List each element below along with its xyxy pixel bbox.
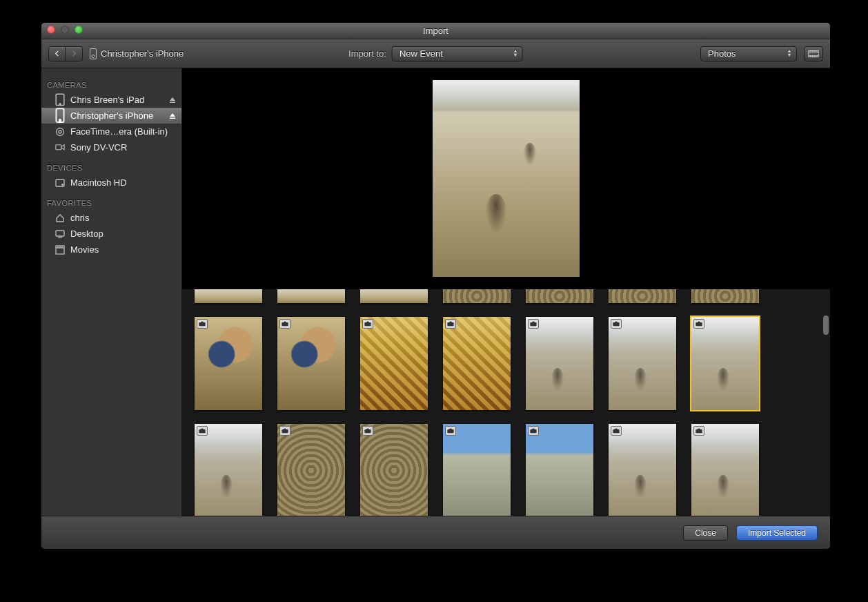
current-device-label: Christopher's iPhone [101, 48, 184, 59]
camera-badge-icon [362, 319, 373, 329]
photo-thumbnail[interactable] [360, 289, 428, 303]
photo-thumbnail[interactable] [609, 424, 676, 516]
svg-point-70 [698, 430, 700, 432]
svg-rect-30 [201, 322, 203, 323]
sidebar-item-desktop[interactable]: Desktop [41, 226, 181, 242]
nav-back-button[interactable] [49, 47, 66, 61]
close-window-button[interactable] [47, 26, 55, 34]
sidebar-section-header: CAMERAS [41, 72, 181, 92]
photo-thumbnail[interactable] [195, 424, 262, 516]
import-to-value: New Event [400, 48, 443, 59]
photo-thumbnail[interactable] [360, 317, 428, 410]
sidebar-item-label: chris [70, 213, 89, 223]
svg-point-15 [59, 119, 61, 122]
camcorder-icon [55, 143, 65, 153]
sidebar-item-webcam[interactable]: FaceTime…era (Built-in) [41, 124, 181, 139]
svg-point-34 [284, 323, 286, 325]
camera-badge-icon [362, 426, 373, 436]
vertical-scrollbar[interactable] [823, 315, 829, 335]
photo-thumbnail[interactable] [360, 424, 428, 516]
sidebar-item-label: Sony DV-VCR [70, 142, 127, 153]
preview-pane [182, 68, 830, 289]
sidebar-item-ipad[interactable]: Chris Breen's iPad [41, 92, 181, 108]
sidebar-item-home[interactable]: chris [41, 210, 181, 226]
view-mode-select[interactable]: Photos ▲▼ [700, 46, 797, 61]
zoom-window-button[interactable] [75, 26, 83, 34]
svg-point-37 [366, 323, 368, 325]
photo-thumbnail[interactable] [195, 289, 262, 303]
photo-thumbnail[interactable] [277, 424, 345, 516]
photo-thumbnail[interactable] [691, 424, 759, 516]
sidebar-item-hdd[interactable]: Macintosh HD [41, 175, 181, 191]
svg-rect-13 [170, 102, 175, 104]
sidebar-item-label: Chris Breen's iPad [70, 95, 144, 105]
toolbar: Christopher's iPhone Import to: New Even… [41, 39, 830, 68]
eject-icon[interactable] [169, 111, 176, 122]
sidebar-item-label: Desktop [70, 229, 103, 239]
svg-rect-22 [56, 231, 64, 236]
svg-rect-48 [698, 322, 700, 323]
hdd-icon [55, 178, 65, 188]
minimize-window-button[interactable] [61, 26, 69, 34]
photo-thumbnail[interactable] [526, 289, 593, 303]
photo-thumbnail[interactable] [443, 424, 511, 516]
sidebar-section-header: DEVICES [41, 155, 181, 175]
import-to-select[interactable]: New Event ▲▼ [392, 46, 523, 61]
svg-point-61 [449, 430, 451, 432]
import-to-label: Import to: [348, 48, 386, 59]
preview-image[interactable] [433, 80, 580, 277]
photo-thumbnail[interactable] [526, 424, 593, 516]
photo-thumbnail[interactable] [443, 289, 511, 303]
sidebar: CAMERASChris Breen's iPadChristopher's i… [41, 68, 182, 516]
photo-thumbnail[interactable] [277, 289, 345, 303]
ipad-icon [55, 95, 65, 105]
photo-thumbnail[interactable] [691, 289, 759, 303]
photo-thumbnail[interactable] [526, 317, 593, 410]
svg-rect-51 [201, 429, 203, 430]
import-selected-button[interactable]: Import Selected [736, 525, 818, 541]
filmstrip-view-button[interactable] [804, 46, 823, 61]
photo-thumbnail[interactable] [691, 317, 759, 410]
footer: Close Import Selected [41, 516, 830, 549]
svg-point-49 [698, 323, 700, 325]
sidebar-item-label: FaceTime…era (Built-in) [70, 126, 168, 137]
select-arrows-icon: ▲▼ [513, 49, 518, 57]
svg-point-43 [532, 323, 534, 325]
svg-point-67 [615, 430, 617, 432]
svg-rect-16 [170, 118, 175, 119]
camera-badge-icon [197, 319, 208, 329]
svg-point-17 [57, 128, 64, 135]
close-button[interactable]: Close [683, 525, 728, 541]
photo-thumbnail[interactable] [443, 317, 511, 410]
sidebar-item-label: Movies [70, 244, 99, 255]
photo-thumbnail[interactable] [277, 317, 345, 410]
home-icon [55, 213, 65, 223]
photo-thumbnail[interactable] [609, 317, 676, 410]
nav-forward-button[interactable] [66, 47, 82, 61]
svg-rect-63 [532, 429, 534, 430]
svg-rect-14 [56, 109, 63, 123]
svg-rect-60 [449, 429, 451, 430]
sidebar-item-label: Christopher's iPhone [70, 110, 153, 121]
svg-point-21 [62, 184, 63, 185]
select-arrows-icon: ▲▼ [787, 49, 792, 57]
photo-thumbnail[interactable] [195, 317, 262, 410]
svg-point-40 [449, 323, 451, 325]
sidebar-item-iphone[interactable]: Christopher's iPhone [41, 108, 181, 124]
eject-icon[interactable] [169, 95, 176, 106]
iphone-icon [55, 111, 65, 121]
sidebar-item-movies[interactable]: Movies [41, 242, 181, 258]
svg-rect-39 [449, 322, 451, 323]
camera-badge-icon [445, 319, 456, 329]
svg-point-18 [59, 130, 61, 133]
photo-thumbnail[interactable] [609, 289, 676, 303]
titlebar: Import [41, 23, 830, 39]
webcam-icon [55, 127, 65, 137]
thumbnail-grid[interactable] [182, 289, 830, 516]
sidebar-item-camcorder[interactable]: Sony DV-VCR [41, 139, 181, 155]
svg-point-52 [201, 430, 203, 432]
body: CAMERASChris Breen's iPadChristopher's i… [41, 68, 830, 516]
svg-rect-36 [366, 322, 368, 323]
sidebar-item-label: Macintosh HD [70, 177, 127, 188]
svg-rect-66 [615, 429, 617, 430]
